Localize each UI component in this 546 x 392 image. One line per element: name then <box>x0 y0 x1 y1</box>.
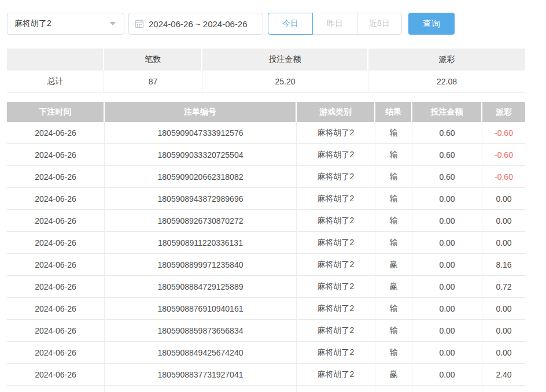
cell-bet-time: 2024-06-26 <box>7 276 105 297</box>
cell-payout: 0.00 <box>482 298 525 319</box>
date-range-input[interactable]: 2024-06-26 ~ 2024-06-26 <box>128 13 263 35</box>
cell-order-id: 1805908876910940161 <box>105 298 297 319</box>
calendar-icon <box>135 19 144 28</box>
table-row: 2024-06-26 1805908899971235840 麻将胡了2 赢 0… <box>7 254 525 276</box>
cell-result: 输 <box>375 122 412 143</box>
cell-payout: -0.60 <box>482 144 525 165</box>
cell-game-type: 麻将胡了2 <box>297 254 375 275</box>
cell-bet-amount: 0.00 <box>412 298 482 319</box>
cell-result: 输 <box>375 210 412 231</box>
cell-game-type: 麻将胡了2 <box>297 232 375 253</box>
quick-date-button-group: 今日 昨日 近8日 <box>268 13 402 35</box>
cell-result: 赢 <box>375 276 412 297</box>
cell-payout: 2.40 <box>482 364 525 385</box>
cell-bet-time: 2024-06-26 <box>7 342 105 363</box>
header-game-type: 游戏类别 <box>297 102 375 122</box>
cell-result: 输 <box>375 166 412 187</box>
cell-order-id: 1805909047333912576 <box>105 122 297 143</box>
summary-header-count: 笔数 <box>104 49 202 71</box>
header-payout: 派彩 <box>482 102 525 122</box>
summary-total-label: 总计 <box>7 71 104 92</box>
cell-bet-time: 2024-06-26 <box>7 210 105 231</box>
cell-game-type: 麻将胡了2 <box>297 122 375 143</box>
cell-order-id: 1805908859873656834 <box>105 320 297 341</box>
header-bet-time: 下注时间 <box>7 102 105 122</box>
cell-bet-amount: 0.60 <box>412 144 482 165</box>
cell-payout: 0.00 <box>482 232 525 253</box>
cell-payout: 0.00 <box>482 320 525 341</box>
cell-order-id: 1805908899971235840 <box>105 254 297 275</box>
cell-bet-time: 2024-06-26 <box>7 144 105 165</box>
cell-result: 输 <box>375 298 412 319</box>
yesterday-button[interactable]: 昨日 <box>312 13 357 35</box>
cell-game-type: 麻将胡了2 <box>297 364 375 385</box>
cell-result: 赢 <box>375 364 412 385</box>
cell-bet-amount: 0.00 <box>412 188 482 209</box>
date-range-value: 2024-06-26 ~ 2024-06-26 <box>149 19 248 29</box>
cell-game-type: 麻将胡了2 <box>297 166 375 187</box>
cell-result: 输 <box>375 144 412 165</box>
game-select-value: 麻将胡了2 <box>14 19 51 29</box>
cell-result: 输 <box>375 342 412 363</box>
cell-bet-amount: 0.00 <box>412 210 482 231</box>
table-row: 2024-06-26 1805908859873656834 麻将胡了2 输 0… <box>7 320 525 342</box>
cell-bet-time: 2024-06-26 <box>7 188 105 209</box>
header-bet-amount: 投注金额 <box>412 102 482 122</box>
cell-order-id: 1805908926730870272 <box>105 210 297 231</box>
cell-payout: 0.00 <box>482 210 525 231</box>
header-result: 结果 <box>375 102 412 122</box>
cell-bet-amount: 0.00 <box>412 254 482 275</box>
last-8-days-button[interactable]: 近8日 <box>357 13 402 35</box>
summary-header-blank <box>7 49 104 71</box>
cell-order-id: 1805908943872989696 <box>105 188 297 209</box>
summary-total-row: 总计 87 25.20 22.08 <box>7 71 525 93</box>
cell-order-id: 1805909020662318082 <box>105 166 297 187</box>
cell-order-id: 1805909033320725504 <box>105 144 297 165</box>
table-row: 2024-06-26 1805909047333912576 麻将胡了2 输 0… <box>7 122 525 144</box>
cell-result: 输 <box>375 232 412 253</box>
cell-bet-time: 2024-06-26 <box>7 166 105 187</box>
cell-result: 赢 <box>375 254 412 275</box>
table-row: 2024-06-26 1805908849425674240 麻将胡了2 输 0… <box>7 342 525 364</box>
betting-records-page: 麻将胡了2 2024-06-26 ~ 2024-06-26 <box>0 0 532 392</box>
today-button[interactable]: 今日 <box>268 13 313 35</box>
cell-order-id: 1805908911220336131 <box>105 232 297 253</box>
game-select[interactable]: 麻将胡了2 <box>7 13 124 35</box>
cell-bet-time: 2024-06-26 <box>7 364 105 385</box>
cell-bet-time: 2024-06-26 <box>7 122 105 143</box>
table-row: 2024-06-26 1805909020662318082 麻将胡了2 输 0… <box>7 166 525 188</box>
cell-bet-time: 2024-06-26 <box>7 320 105 341</box>
query-button[interactable]: 查询 <box>408 13 455 35</box>
cell-bet-amount: 0.00 <box>412 276 482 297</box>
table-row: 2024-06-26 1805908884729125889 麻将胡了2 赢 0… <box>7 276 525 298</box>
cell-game-type: 麻将胡了2 <box>297 144 375 165</box>
cell-game-type: 麻将胡了2 <box>297 342 375 363</box>
cell-bet-amount: 0.60 <box>412 166 482 187</box>
cell-order-id: 1805908884729125889 <box>105 276 297 297</box>
cell-bet-time: 2024-06-26 <box>7 254 105 275</box>
cell-payout: 0.72 <box>482 276 525 297</box>
table-row: 2024-06-26 1805908911220336131 麻将胡了2 输 0… <box>7 232 525 254</box>
cell-game-type: 麻将胡了2 <box>297 320 375 341</box>
cell-payout: -0.60 <box>482 122 525 143</box>
summary-header-bet-amount: 投注金额 <box>202 49 368 71</box>
chevron-down-icon <box>110 22 116 25</box>
cell-game-type: 麻将胡了2 <box>297 276 375 297</box>
cell-payout: -0.60 <box>482 166 525 187</box>
table-row: 2024-06-26 1805909033320725504 麻将胡了2 输 0… <box>7 144 525 166</box>
bet-table-header-row: 下注时间 注单编号 游戏类别 结果 投注金额 派彩 <box>7 102 525 122</box>
cell-result: 输 <box>375 188 412 209</box>
header-order-id: 注单编号 <box>105 102 297 122</box>
cell-payout: 0.00 <box>482 342 525 363</box>
cell-order-id: 1805908849425674240 <box>105 342 297 363</box>
bet-table-body: 2024-06-26 1805909047333912576 麻将胡了2 输 0… <box>7 122 525 386</box>
cell-order-id: 1805908837731927041 <box>105 364 297 385</box>
table-row: 2024-06-26 1805908943872989696 麻将胡了2 输 0… <box>7 188 525 210</box>
cell-game-type: 麻将胡了2 <box>297 188 375 209</box>
cell-bet-amount: 0.60 <box>412 122 482 143</box>
cell-result: 输 <box>375 320 412 341</box>
summary-header-payout: 派彩 <box>368 49 525 71</box>
summary-total-payout: 22.08 <box>368 71 525 92</box>
cell-bet-amount: 0.00 <box>412 320 482 341</box>
summary-header-row: 笔数 投注金额 派彩 <box>7 49 525 71</box>
